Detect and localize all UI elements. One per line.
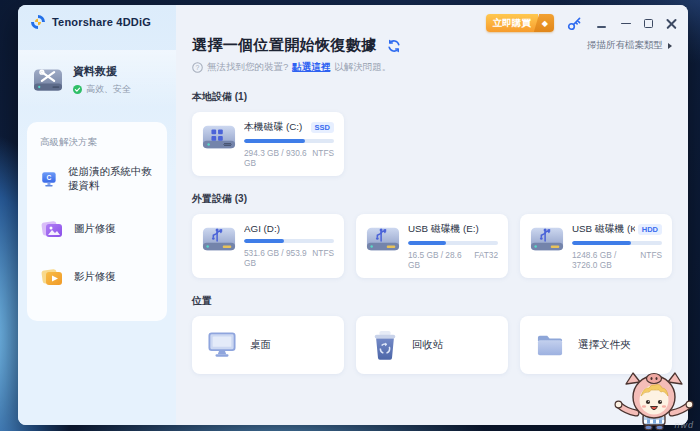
device-card-external-k[interactable]: USB 磁碟機 (K:) HDD 1248.6 GB / 3726.0 GB N… (520, 214, 672, 278)
advanced-solutions-label: 高級解決方案 (27, 132, 167, 153)
sidebar-item-data-recovery[interactable]: 資料救援 高效、安全 (18, 50, 176, 108)
locations-row: 桌面 回收站 (192, 316, 672, 374)
question-icon: ? (192, 62, 203, 73)
device-filesystem: NTFS (640, 250, 662, 270)
photo-repair-icon (40, 217, 64, 241)
key-icon (567, 16, 582, 31)
device-type-badge: HDD (638, 224, 662, 235)
watermark-text: nwd (674, 420, 694, 430)
external-devices-row: AGI (D:) 531.6 GB / 953.9 GB NTFS (192, 214, 672, 278)
help-row: ? 無法找到您的裝置? 點選這裡 以解決問題。 (192, 61, 672, 74)
refresh-icon (387, 39, 401, 53)
sidebar-item-video-repair[interactable]: 影片修復 (27, 253, 167, 301)
location-card-recycle-bin[interactable]: 回收站 (356, 316, 508, 374)
maximize-icon (644, 19, 653, 28)
minimize-icon (621, 23, 631, 25)
expand-arrow-icon (668, 43, 672, 49)
section-local-devices: 本地設備 (1) (192, 90, 672, 104)
capacity-bar (244, 239, 334, 243)
buy-now-button[interactable]: 立即購買 ◆ (486, 14, 554, 32)
close-icon (666, 18, 677, 29)
desktop-icon (207, 331, 237, 359)
location-label: 桌面 (250, 338, 271, 352)
location-label: 回收站 (412, 338, 444, 352)
device-capacity: 16.5 GB / 28.6 GB (408, 250, 474, 270)
usb-drive-icon (530, 223, 564, 255)
device-capacity: 531.6 GB / 953.9 GB (244, 248, 312, 268)
recycle-bin-icon (371, 330, 399, 360)
device-filesystem: NTFS (312, 148, 334, 168)
device-card-external-d[interactable]: AGI (D:) 531.6 GB / 953.9 GB NTFS (192, 214, 344, 278)
svg-text:C: C (47, 174, 52, 181)
refresh-button[interactable] (387, 39, 401, 53)
sidebar: Tenorshare 4DDiG (18, 5, 176, 425)
capacity-bar-fill (572, 241, 631, 245)
location-card-select-folder[interactable]: 選擇文件夾 (520, 316, 672, 374)
capacity-bar-fill (408, 241, 446, 245)
device-name: USB 磁碟機 (K:) (572, 223, 635, 236)
capacity-bar (572, 241, 662, 245)
license-key-button[interactable] (567, 16, 582, 31)
app-logo-icon (30, 14, 46, 30)
location-label: 選擇文件夾 (578, 338, 631, 352)
device-name: AGI (D:) (244, 223, 334, 234)
help-text-prefix: 無法找到您的裝置? (207, 61, 288, 74)
device-capacity: 294.3 GB / 930.6 GB (244, 148, 312, 168)
capacity-bar (408, 241, 498, 245)
crashed-system-icon: C (40, 167, 58, 191)
buy-now-label: 立即購買 (486, 14, 538, 32)
device-card-local-c[interactable]: 本機磁碟 (C:) SSD 294.3 GB / 930.6 GB NTFS (192, 112, 344, 176)
sidebar-item-label: 圖片修復 (74, 222, 116, 236)
device-card-external-e[interactable]: USB 磁碟機 (E:) 16.5 GB / 28.6 GB FAT32 (356, 214, 508, 278)
capacity-bar (244, 139, 334, 143)
sidebar-item-label: 資料救援 (73, 64, 131, 79)
usb-drive-icon (366, 223, 400, 255)
sidebar-item-label: 影片修復 (74, 270, 116, 284)
device-name: USB 磁碟機 (E:) (408, 223, 498, 236)
section-location: 位置 (192, 294, 672, 308)
check-badge-icon (73, 85, 82, 94)
internal-drive-icon (202, 121, 236, 153)
app-title: Tenorshare 4DDiG (52, 16, 151, 28)
close-button[interactable] (666, 18, 677, 29)
desktop-wallpaper: Tenorshare 4DDiG (0, 0, 700, 431)
device-name: 本機磁碟 (C:) (244, 121, 308, 134)
scan-file-types-selector[interactable]: 掃描所有檔案類型 (587, 39, 672, 52)
svg-text:?: ? (196, 64, 200, 71)
device-capacity: 1248.6 GB / 3726.0 GB (572, 250, 640, 270)
video-repair-icon (40, 265, 64, 289)
sidebar-item-crashed-system[interactable]: C 從崩潰的系統中救援資料 (27, 153, 167, 205)
data-recovery-drive-icon (32, 66, 64, 94)
page-title: 選擇一個位置開始恢復數據 (192, 36, 377, 55)
sidebar-item-subtitle: 高效、安全 (86, 83, 131, 96)
advanced-solutions-panel: 高級解決方案 C 從崩潰的系統中救援資料 (27, 122, 167, 321)
minimize-button[interactable] (621, 22, 631, 25)
maximize-button[interactable] (644, 19, 653, 28)
app-logo: Tenorshare 4DDiG (18, 5, 176, 36)
main-area: 立即購買 ◆ 選擇一個位置開始恢復數據 (176, 5, 688, 425)
sidebar-item-photo-repair[interactable]: 圖片修復 (27, 205, 167, 253)
scan-file-types-label: 掃描所有檔案類型 (587, 39, 663, 52)
window-controls: 立即購買 ◆ (486, 14, 677, 32)
capacity-bar-fill (244, 139, 305, 143)
menu-button[interactable] (595, 18, 608, 28)
location-card-desktop[interactable]: 桌面 (192, 316, 344, 374)
sidebar-item-label: 從崩潰的系統中救援資料 (68, 165, 154, 193)
data-recovery-texts: 資料救援 高效、安全 (73, 64, 131, 96)
device-filesystem: NTFS (312, 248, 334, 268)
folder-icon (535, 332, 565, 358)
capacity-bar-fill (244, 239, 284, 243)
app-window: Tenorshare 4DDiG (18, 5, 688, 425)
help-link[interactable]: 點選這裡 (292, 61, 330, 74)
usb-drive-icon (202, 223, 236, 255)
device-type-badge: SSD (311, 122, 334, 133)
section-external-devices: 外置設備 (3) (192, 192, 672, 206)
device-filesystem: FAT32 (474, 250, 498, 270)
help-text-suffix: 以解決問題。 (334, 61, 391, 74)
